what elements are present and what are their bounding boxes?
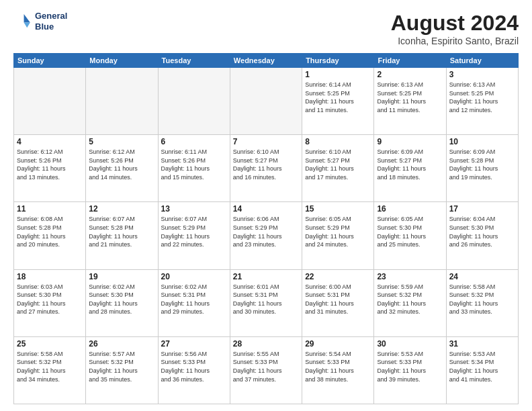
day-info: Sunrise: 6:03 AMSunset: 5:30 PMDaylight:… bbox=[17, 283, 83, 316]
day-info: Sunrise: 6:05 AMSunset: 5:29 PMDaylight:… bbox=[305, 215, 371, 248]
day-number: 12 bbox=[89, 204, 154, 214]
calendar-week-row: 25Sunrise: 5:58 AMSunset: 5:32 PMDayligh… bbox=[14, 336, 519, 404]
day-info: Sunrise: 6:00 AMSunset: 5:31 PMDaylight:… bbox=[305, 283, 371, 316]
weekday-header: Wednesday bbox=[230, 54, 302, 68]
day-info: Sunrise: 6:05 AMSunset: 5:30 PMDaylight:… bbox=[377, 215, 443, 248]
calendar-cell: 3Sunrise: 6:13 AMSunset: 5:25 PMDaylight… bbox=[446, 68, 518, 135]
day-number: 15 bbox=[305, 204, 371, 214]
day-info: Sunrise: 5:53 AMSunset: 5:33 PMDaylight:… bbox=[377, 350, 443, 383]
day-number: 14 bbox=[233, 204, 299, 214]
calendar-cell: 6Sunrise: 6:11 AMSunset: 5:26 PMDaylight… bbox=[158, 135, 230, 202]
day-info: Sunrise: 6:06 AMSunset: 5:29 PMDaylight:… bbox=[233, 215, 299, 248]
day-number: 21 bbox=[233, 272, 299, 281]
day-info: Sunrise: 6:09 AMSunset: 5:28 PMDaylight:… bbox=[449, 148, 515, 181]
day-number: 25 bbox=[17, 339, 83, 349]
header: General Blue August 2024 Iconha, Espirit… bbox=[13, 11, 519, 46]
calendar-cell: 11Sunrise: 6:08 AMSunset: 5:28 PMDayligh… bbox=[14, 202, 86, 269]
day-info: Sunrise: 5:59 AMSunset: 5:32 PMDaylight:… bbox=[377, 283, 443, 316]
calendar-cell: 31Sunrise: 5:53 AMSunset: 5:34 PMDayligh… bbox=[446, 336, 518, 404]
calendar-cell: 30Sunrise: 5:53 AMSunset: 5:33 PMDayligh… bbox=[374, 336, 446, 404]
day-info: Sunrise: 5:53 AMSunset: 5:34 PMDaylight:… bbox=[449, 350, 515, 383]
weekday-header: Thursday bbox=[302, 54, 374, 68]
calendar-cell bbox=[86, 68, 158, 135]
day-number: 10 bbox=[449, 137, 515, 146]
calendar-cell: 25Sunrise: 5:58 AMSunset: 5:32 PMDayligh… bbox=[14, 336, 86, 404]
calendar-cell: 2Sunrise: 6:13 AMSunset: 5:25 PMDaylight… bbox=[374, 68, 446, 135]
day-number: 1 bbox=[305, 70, 371, 79]
day-number: 30 bbox=[377, 339, 443, 349]
logo-text: General Blue bbox=[35, 11, 67, 32]
day-number: 2 bbox=[377, 70, 443, 79]
day-info: Sunrise: 6:11 AMSunset: 5:26 PMDaylight:… bbox=[161, 148, 227, 181]
calendar-cell: 8Sunrise: 6:10 AMSunset: 5:27 PMDaylight… bbox=[302, 135, 374, 202]
day-info: Sunrise: 6:13 AMSunset: 5:25 PMDaylight:… bbox=[377, 81, 443, 114]
day-info: Sunrise: 5:58 AMSunset: 5:32 PMDaylight:… bbox=[17, 350, 83, 383]
day-info: Sunrise: 6:07 AMSunset: 5:28 PMDaylight:… bbox=[89, 215, 154, 248]
calendar-cell: 4Sunrise: 6:12 AMSunset: 5:26 PMDaylight… bbox=[14, 135, 86, 202]
logo-icon bbox=[13, 12, 32, 31]
calendar-cell bbox=[14, 68, 86, 135]
day-info: Sunrise: 6:10 AMSunset: 5:27 PMDaylight:… bbox=[233, 148, 299, 181]
svg-marker-1 bbox=[24, 22, 30, 28]
calendar-cell: 23Sunrise: 5:59 AMSunset: 5:32 PMDayligh… bbox=[374, 269, 446, 336]
day-info: Sunrise: 5:54 AMSunset: 5:33 PMDaylight:… bbox=[305, 350, 371, 383]
calendar-cell: 18Sunrise: 6:03 AMSunset: 5:30 PMDayligh… bbox=[14, 269, 86, 336]
day-info: Sunrise: 6:07 AMSunset: 5:29 PMDaylight:… bbox=[161, 215, 227, 248]
calendar-week-row: 4Sunrise: 6:12 AMSunset: 5:26 PMDaylight… bbox=[14, 135, 519, 202]
day-number: 11 bbox=[17, 204, 83, 214]
day-number: 4 bbox=[17, 137, 83, 146]
day-info: Sunrise: 6:08 AMSunset: 5:28 PMDaylight:… bbox=[17, 215, 83, 248]
day-info: Sunrise: 6:10 AMSunset: 5:27 PMDaylight:… bbox=[305, 148, 371, 181]
title-block: August 2024 Iconha, Espirito Santo, Braz… bbox=[391, 11, 519, 46]
day-number: 24 bbox=[449, 272, 515, 281]
day-info: Sunrise: 5:56 AMSunset: 5:33 PMDaylight:… bbox=[161, 350, 227, 383]
calendar-cell: 22Sunrise: 6:00 AMSunset: 5:31 PMDayligh… bbox=[302, 269, 374, 336]
day-info: Sunrise: 6:02 AMSunset: 5:31 PMDaylight:… bbox=[161, 283, 227, 316]
day-number: 7 bbox=[233, 137, 299, 146]
calendar-cell: 5Sunrise: 6:12 AMSunset: 5:26 PMDaylight… bbox=[86, 135, 158, 202]
calendar-cell: 12Sunrise: 6:07 AMSunset: 5:28 PMDayligh… bbox=[86, 202, 158, 269]
calendar-cell: 24Sunrise: 5:58 AMSunset: 5:32 PMDayligh… bbox=[446, 269, 518, 336]
calendar-table: SundayMondayTuesdayWednesdayThursdayFrid… bbox=[13, 53, 519, 404]
day-number: 3 bbox=[449, 70, 515, 79]
day-number: 6 bbox=[161, 137, 227, 146]
calendar-header-row: SundayMondayTuesdayWednesdayThursdayFrid… bbox=[14, 54, 519, 68]
weekday-header: Friday bbox=[374, 54, 446, 68]
calendar-cell: 16Sunrise: 6:05 AMSunset: 5:30 PMDayligh… bbox=[374, 202, 446, 269]
day-number: 31 bbox=[449, 339, 515, 349]
day-info: Sunrise: 6:01 AMSunset: 5:31 PMDaylight:… bbox=[233, 283, 299, 316]
calendar-cell: 27Sunrise: 5:56 AMSunset: 5:33 PMDayligh… bbox=[158, 336, 230, 404]
page: General Blue August 2024 Iconha, Espirit… bbox=[0, 0, 532, 411]
day-number: 17 bbox=[449, 204, 515, 214]
day-number: 28 bbox=[233, 339, 299, 349]
day-number: 27 bbox=[161, 339, 227, 349]
logo: General Blue bbox=[13, 11, 67, 32]
calendar-week-row: 18Sunrise: 6:03 AMSunset: 5:30 PMDayligh… bbox=[14, 269, 519, 336]
calendar-cell: 14Sunrise: 6:06 AMSunset: 5:29 PMDayligh… bbox=[230, 202, 302, 269]
day-number: 19 bbox=[89, 272, 154, 281]
day-info: Sunrise: 6:13 AMSunset: 5:25 PMDaylight:… bbox=[449, 81, 515, 114]
day-number: 20 bbox=[161, 272, 227, 281]
day-info: Sunrise: 6:09 AMSunset: 5:27 PMDaylight:… bbox=[377, 148, 443, 181]
day-info: Sunrise: 6:14 AMSunset: 5:25 PMDaylight:… bbox=[305, 81, 371, 114]
day-number: 23 bbox=[377, 272, 443, 281]
calendar-cell: 28Sunrise: 5:55 AMSunset: 5:33 PMDayligh… bbox=[230, 336, 302, 404]
day-info: Sunrise: 6:04 AMSunset: 5:30 PMDaylight:… bbox=[449, 215, 515, 248]
day-number: 5 bbox=[89, 137, 154, 146]
day-number: 9 bbox=[377, 137, 443, 146]
day-number: 13 bbox=[161, 204, 227, 214]
calendar-cell: 13Sunrise: 6:07 AMSunset: 5:29 PMDayligh… bbox=[158, 202, 230, 269]
day-number: 29 bbox=[305, 339, 371, 349]
location: Iconha, Espirito Santo, Brazil bbox=[391, 36, 519, 46]
calendar-cell: 20Sunrise: 6:02 AMSunset: 5:31 PMDayligh… bbox=[158, 269, 230, 336]
calendar-cell: 7Sunrise: 6:10 AMSunset: 5:27 PMDaylight… bbox=[230, 135, 302, 202]
month-title: August 2024 bbox=[391, 11, 519, 36]
svg-marker-0 bbox=[24, 14, 30, 22]
calendar-cell: 10Sunrise: 6:09 AMSunset: 5:28 PMDayligh… bbox=[446, 135, 518, 202]
calendar-cell: 15Sunrise: 6:05 AMSunset: 5:29 PMDayligh… bbox=[302, 202, 374, 269]
day-info: Sunrise: 5:58 AMSunset: 5:32 PMDaylight:… bbox=[449, 283, 515, 316]
calendar-week-row: 11Sunrise: 6:08 AMSunset: 5:28 PMDayligh… bbox=[14, 202, 519, 269]
calendar-cell: 19Sunrise: 6:02 AMSunset: 5:30 PMDayligh… bbox=[86, 269, 158, 336]
day-info: Sunrise: 5:57 AMSunset: 5:32 PMDaylight:… bbox=[89, 350, 154, 383]
calendar-cell: 21Sunrise: 6:01 AMSunset: 5:31 PMDayligh… bbox=[230, 269, 302, 336]
